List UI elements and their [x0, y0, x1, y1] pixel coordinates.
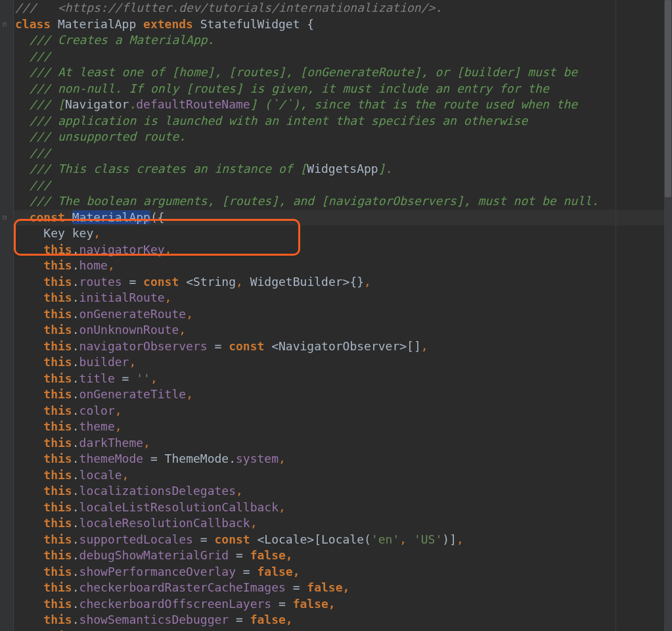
code-line[interactable]: this.routes = const <String, WidgetBuild… — [14, 274, 672, 291]
editor-text-area[interactable]: /// <https://flutter.dev/tutorials/inter… — [14, 0, 672, 631]
code-line[interactable]: this.localeListResolutionCallback, — [14, 500, 672, 516]
code-line[interactable]: this.onGenerateRoute, — [14, 306, 672, 323]
code-line[interactable]: this.supportedLocales = const <Locale>[L… — [14, 532, 672, 548]
vertical-scrollbar[interactable] — [664, 0, 672, 631]
code-line[interactable]: this.debugShowMaterialGrid = false, — [14, 548, 672, 564]
code-line[interactable]: /// The boolean arguments, [routes], and… — [14, 193, 672, 210]
fold-icon[interactable]: ⊟ — [3, 214, 7, 221]
code-line[interactable]: /// — [14, 177, 672, 194]
code-line[interactable]: /// Creates a MaterialApp. — [14, 32, 672, 49]
code-line[interactable]: /// application is launched with an inte… — [14, 113, 672, 129]
code-line[interactable]: this.theme, — [14, 419, 672, 435]
code-line[interactable]: this.title = '', — [14, 371, 672, 387]
code-line[interactable]: class MaterialApp extends StatefulWidget… — [14, 16, 672, 33]
fold-icon[interactable]: ⊟ — [3, 21, 7, 28]
code-line[interactable]: this.checkerboardRasterCacheImages = fal… — [14, 580, 672, 596]
code-line[interactable]: this.color, — [14, 403, 672, 419]
code-line[interactable]: /// At least one of [home], [routes], [o… — [14, 64, 672, 81]
code-line[interactable]: this.navigatorObservers = const <Navigat… — [14, 339, 672, 355]
code-line[interactable]: /// — [14, 49, 672, 65]
code-line[interactable]: this.showSemanticsDebugger = false, — [14, 612, 672, 628]
code-editor[interactable]: ⊟⊟ /// <https://flutter.dev/tutorials/in… — [0, 0, 672, 631]
code-line[interactable]: /// — [14, 145, 672, 162]
code-line[interactable]: /// non-null. If only [routes] is given,… — [14, 81, 672, 97]
code-line[interactable]: /// unsupported route. — [14, 129, 672, 145]
code-line[interactable]: this.onUnknownRoute, — [14, 322, 672, 339]
code-line[interactable]: Key key, — [14, 225, 672, 242]
code-line[interactable]: this.navigatorKey, — [14, 242, 672, 258]
code-line[interactable]: /// [Navigator.defaultRouteName] (`/`), … — [14, 97, 672, 113]
code-line[interactable]: this.showPerformanceOverlay = false, — [14, 564, 672, 580]
editor-gutter: ⊟⊟ — [0, 0, 14, 631]
code-line[interactable]: /// <https://flutter.dev/tutorials/inter… — [14, 0, 672, 16]
scrollbar-thumb[interactable] — [665, 0, 671, 197]
code-line[interactable]: /// This class creates an instance of [W… — [14, 161, 672, 177]
code-line[interactable]: this.locale, — [14, 467, 672, 484]
code-line[interactable]: this.localizationsDelegates, — [14, 483, 672, 500]
code-line[interactable]: this.localeResolutionCallback, — [14, 515, 672, 532]
code-line[interactable]: this.darkTheme, — [14, 435, 672, 452]
code-line[interactable]: this.themeMode = ThemeMode.system, — [14, 451, 672, 467]
code-line[interactable]: this.home, — [14, 258, 672, 274]
code-line[interactable]: this.debugShowCheckedModeBanner = true, — [14, 628, 672, 632]
right-margin-guide — [616, 0, 616, 631]
code-line[interactable]: this.builder, — [14, 354, 672, 371]
code-line[interactable]: this.onGenerateTitle, — [14, 386, 672, 403]
code-line[interactable]: this.checkerboardOffscreenLayers = false… — [14, 596, 672, 613]
code-line[interactable]: const MaterialApp({ — [14, 210, 672, 226]
code-line[interactable]: this.initialRoute, — [14, 290, 672, 306]
